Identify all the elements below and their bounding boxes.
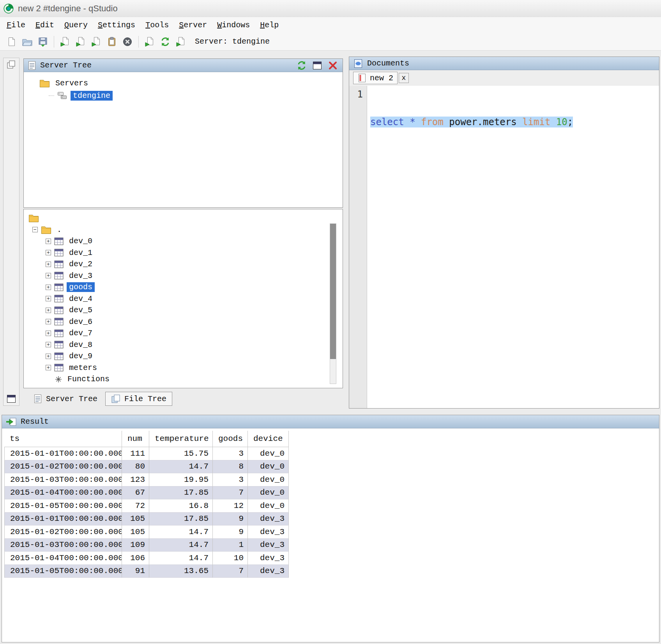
table-cell[interactable]: 9 <box>213 513 248 526</box>
table-cell[interactable]: 72 <box>122 499 149 513</box>
menu-settings[interactable]: Settings <box>93 19 140 32</box>
table-cell[interactable]: 2015-01-04T00:00:00.000000 <box>4 552 122 565</box>
expand-box-icon[interactable]: + <box>46 239 51 244</box>
table-cell[interactable]: dev_3 <box>248 565 289 578</box>
tree-node-label[interactable]: meters <box>67 363 99 373</box>
tree-node-label[interactable]: dev_4 <box>67 294 95 304</box>
table-cell[interactable]: 16.8 <box>149 499 213 513</box>
expand-box-icon[interactable]: + <box>46 365 51 370</box>
table-cell[interactable]: dev_0 <box>248 460 289 474</box>
table-cell[interactable]: 2015-01-04T00:00:00.000000 <box>4 487 122 500</box>
table-cell[interactable]: dev_3 <box>248 539 289 552</box>
table-cell[interactable]: 111 <box>122 447 149 460</box>
table-cell[interactable]: 109 <box>122 539 149 552</box>
column-header-num[interactable]: num <box>122 431 149 447</box>
table-row[interactable]: 2015-01-02T00:00:00.0000008014.78dev_0 <box>4 460 289 474</box>
document-tab-label[interactable]: new 2 <box>370 74 393 83</box>
menu-edit[interactable]: Edit <box>30 19 59 32</box>
tree-node-dev_4[interactable]: +dev_4 <box>46 293 343 305</box>
file-tree-scrollbar[interactable] <box>330 223 336 384</box>
send-query-icon[interactable] <box>174 35 187 48</box>
tree-node-label[interactable]: dev_9 <box>67 351 95 361</box>
tree-node-label[interactable]: dev_1 <box>67 248 95 258</box>
table-row[interactable]: 2015-01-05T00:00:00.0000007216.812dev_0 <box>4 499 289 513</box>
table-row[interactable]: 2015-01-04T00:00:00.0000006717.857dev_0 <box>4 487 289 500</box>
table-cell[interactable]: dev_0 <box>248 487 289 500</box>
tree-root-folder[interactable] <box>28 212 343 224</box>
table-cell[interactable]: 106 <box>122 552 149 565</box>
table-cell[interactable]: 2015-01-03T00:00:00.000000 <box>4 539 122 552</box>
table-cell[interactable]: 9 <box>213 525 248 539</box>
table-cell[interactable]: dev_0 <box>248 447 289 460</box>
table-row[interactable]: 2015-01-01T00:00:00.00000011115.753dev_0 <box>4 447 289 460</box>
table-cell[interactable]: 12 <box>213 499 248 513</box>
servers-root-label[interactable]: Servers <box>53 78 90 88</box>
table-cell[interactable]: 3 <box>213 447 248 460</box>
run-script-icon[interactable] <box>143 35 156 48</box>
tree-node-meters[interactable]: +meters <box>46 362 343 374</box>
tree-node-servers[interactable]: Servers <box>39 77 343 89</box>
server-node-label[interactable]: tdengine <box>71 91 113 101</box>
collapse-box-icon[interactable]: − <box>32 227 38 232</box>
tab-server-tree[interactable]: Server Tree <box>28 392 103 406</box>
execute-statement-icon[interactable] <box>74 35 87 48</box>
table-cell[interactable]: 2015-01-03T00:00:00.000000 <box>4 473 122 487</box>
tree-node-label[interactable]: dev_5 <box>67 305 95 315</box>
expand-box-icon[interactable]: + <box>46 285 51 290</box>
sql-editor[interactable]: 1 select * from power.meters limit 10; <box>349 86 659 408</box>
table-cell[interactable]: dev_0 <box>248 473 289 487</box>
table-cell[interactable]: 123 <box>122 473 149 487</box>
column-header-goods[interactable]: goods <box>213 431 248 447</box>
table-cell[interactable]: 2015-01-05T00:00:00.000000 <box>4 565 122 578</box>
tree-node-label[interactable]: dev_2 <box>67 259 95 269</box>
tree-node-label[interactable]: goods <box>67 282 95 292</box>
table-cell[interactable]: 15.75 <box>149 447 213 460</box>
maximize-icon[interactable] <box>311 60 323 71</box>
expand-box-icon[interactable]: + <box>46 308 51 313</box>
table-cell[interactable]: 2015-01-01T00:00:00.000000 <box>4 513 122 526</box>
expand-box-icon[interactable]: + <box>46 354 51 359</box>
table-cell[interactable]: 14.7 <box>149 539 213 552</box>
scrollbar-thumb[interactable] <box>330 224 336 359</box>
document-tab-close-button[interactable]: x <box>399 73 409 83</box>
table-cell[interactable]: dev_3 <box>248 513 289 526</box>
table-cell[interactable]: 19.95 <box>149 473 213 487</box>
tree-root-label[interactable]: . <box>55 225 64 235</box>
table-cell[interactable]: 10 <box>213 552 248 565</box>
tree-node-dev_9[interactable]: +dev_9 <box>46 350 343 362</box>
tree-node-functions[interactable]: Functions <box>55 373 343 385</box>
refresh-icon[interactable] <box>296 60 308 71</box>
menu-query[interactable]: Query <box>59 19 93 32</box>
table-cell[interactable]: 1 <box>213 539 248 552</box>
table-row[interactable]: 2015-01-03T00:00:00.00000010914.71dev_3 <box>4 539 289 552</box>
table-cell[interactable]: 14.7 <box>149 552 213 565</box>
table-cell[interactable]: 91 <box>122 565 149 578</box>
paste-icon[interactable] <box>105 35 118 48</box>
tree-node-label[interactable]: dev_0 <box>67 236 95 246</box>
tree-node-label[interactable]: dev_6 <box>67 317 95 327</box>
table-cell[interactable]: 3 <box>213 473 248 487</box>
document-tab-new-2[interactable]: new 2 <box>353 72 398 84</box>
table-cell[interactable]: dev_0 <box>248 499 289 513</box>
table-cell[interactable]: 2015-01-02T00:00:00.000000 <box>4 525 122 539</box>
new-file-icon[interactable] <box>5 35 18 48</box>
refresh-server-icon[interactable] <box>159 35 172 48</box>
execute-line-icon[interactable] <box>90 35 103 48</box>
expand-box-icon[interactable]: + <box>46 296 51 301</box>
table-cell[interactable]: 17.85 <box>149 487 213 500</box>
table-cell[interactable]: 80 <box>122 460 149 474</box>
save-icon[interactable] <box>36 35 49 48</box>
table-cell[interactable]: 7 <box>213 487 248 500</box>
tree-node-goods[interactable]: +goods <box>46 281 343 293</box>
expand-box-icon[interactable]: + <box>46 342 51 347</box>
table-cell[interactable]: 8 <box>213 460 248 474</box>
restore-panels-icon[interactable] <box>6 60 16 70</box>
table-cell[interactable]: 105 <box>122 513 149 526</box>
functions-label[interactable]: Functions <box>65 374 112 384</box>
table-row[interactable]: 2015-01-03T00:00:00.00000012319.953dev_0 <box>4 473 289 487</box>
table-cell[interactable]: 13.65 <box>149 565 213 578</box>
tree-node-dev_5[interactable]: +dev_5 <box>46 304 343 316</box>
tab-file-tree[interactable]: File Tree <box>105 392 172 406</box>
table-row[interactable]: 2015-01-04T00:00:00.00000010614.710dev_3 <box>4 552 289 565</box>
column-header-temperature[interactable]: temperature <box>149 431 213 447</box>
